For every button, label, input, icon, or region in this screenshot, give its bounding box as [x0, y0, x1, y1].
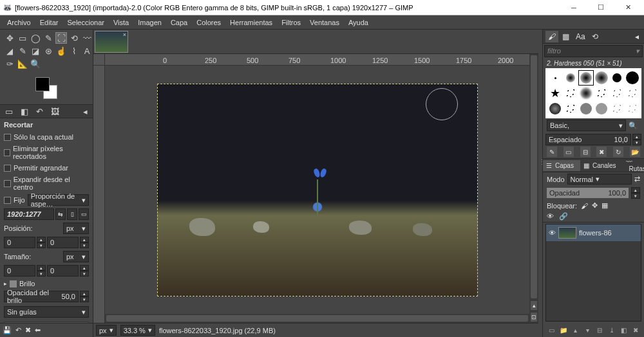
chk-current-layer[interactable]: Sólo la capa actual	[4, 131, 89, 143]
layer-mask-icon[interactable]: ◧	[619, 325, 628, 334]
layer-group-icon[interactable]: 📁	[559, 325, 568, 334]
tool-move[interactable]: ✥	[4, 32, 15, 44]
brush-item[interactable]	[625, 102, 639, 116]
canvas-image[interactable]	[157, 84, 478, 296]
tab-menu-icon[interactable]: ◂	[80, 105, 90, 118]
brush-item[interactable]	[564, 86, 578, 100]
pos-x-input[interactable]: 0	[4, 237, 35, 248]
brush-item[interactable]	[594, 102, 609, 116]
brush-item[interactable]	[579, 102, 593, 116]
ratio-swap-icon[interactable]: ⇆	[55, 208, 66, 220]
brush-item[interactable]	[548, 102, 562, 116]
menu-seleccionar[interactable]: Seleccionar	[62, 17, 108, 28]
tool-eraser[interactable]: ◪	[30, 45, 41, 57]
canvas-viewport[interactable]	[105, 66, 529, 314]
brush-new-icon[interactable]: ▭	[564, 147, 574, 157]
tool-fuzzy-select[interactable]: ✎	[43, 32, 54, 44]
brush-dup-icon[interactable]: ⊟	[580, 147, 591, 157]
fg-color[interactable]	[35, 77, 50, 91]
layer-down-icon[interactable]: ▾	[583, 325, 592, 334]
ratio-input[interactable]: 1920:1277	[4, 208, 54, 220]
tab-images-icon[interactable]: 🖼	[48, 105, 62, 118]
tab-paths[interactable]: 〰Rutas	[623, 156, 644, 174]
color-swatch[interactable]	[35, 77, 57, 99]
tool-bucket[interactable]: ◢	[4, 45, 15, 57]
size-h-input[interactable]: 0	[47, 265, 79, 277]
lock-alpha-icon[interactable]: ▦	[601, 201, 608, 210]
pos-x-up[interactable]: ▴	[37, 237, 46, 242]
menu-vista[interactable]: Vista	[109, 17, 133, 28]
tool-zoom[interactable]: 🔍	[30, 58, 41, 69]
tool-pencil[interactable]: ✎	[17, 45, 28, 57]
brush-item[interactable]	[610, 71, 624, 85]
tool-smudge[interactable]: ☝	[55, 45, 67, 57]
tab-layers[interactable]: ☰Capas	[543, 160, 580, 171]
menu-archivo[interactable]: Archivo	[3, 17, 35, 28]
menu-ventanas[interactable]: Ventanas	[305, 17, 344, 28]
image-tab[interactable]: ×	[95, 31, 128, 53]
brush-item[interactable]	[625, 86, 639, 100]
tab-undo-icon[interactable]: ↶	[33, 105, 46, 118]
restore-options-icon[interactable]: ↶	[15, 326, 21, 334]
menu-filtros[interactable]: Filtros	[277, 17, 305, 28]
layer-visibility-icon[interactable]: 👁	[549, 229, 556, 237]
tab-history-icon[interactable]: ⟲	[589, 31, 601, 42]
brush-edit-icon[interactable]: ✎	[547, 147, 557, 157]
brush-item[interactable]	[564, 71, 578, 85]
brush-item[interactable]	[610, 102, 624, 116]
tool-rotate[interactable]: ⟲	[68, 32, 80, 44]
delete-options-icon[interactable]: ✖	[25, 326, 31, 334]
size-w-down[interactable]: ▾	[37, 271, 46, 277]
brush-item[interactable]	[548, 86, 562, 100]
menu-ayuda[interactable]: Ayuda	[344, 17, 373, 28]
layer-thumbnail[interactable]	[558, 227, 576, 239]
tool-crop[interactable]: ⛶	[55, 32, 67, 44]
brush-open-icon[interactable]: 📂	[630, 147, 640, 157]
size-w-input[interactable]: 0	[4, 265, 35, 277]
pos-y-input[interactable]: 0	[47, 237, 79, 248]
chk-delete-pixels[interactable]: Eliminar píxeles recortados	[4, 143, 89, 162]
save-options-icon[interactable]: 💾	[3, 326, 12, 334]
brush-item[interactable]	[579, 86, 593, 100]
fixed-dropdown[interactable]: Proporción de aspe…▾	[28, 194, 89, 206]
tab-fonts-icon[interactable]: Aa	[573, 31, 588, 42]
pos-y-up[interactable]: ▴	[80, 237, 89, 242]
close-button[interactable]: ✕	[614, 0, 641, 15]
tab-device-icon[interactable]: ◧	[18, 105, 31, 118]
mode-dropdown[interactable]: Normal▾	[567, 174, 632, 185]
menu-herramientas[interactable]: Herramientas	[225, 17, 277, 28]
lock-pixels-icon[interactable]: 🖌	[581, 202, 588, 210]
lock-position-icon[interactable]: ✥	[592, 201, 598, 210]
menu-colores[interactable]: Colores	[192, 17, 225, 28]
close-tab-icon[interactable]: ×	[123, 32, 126, 38]
brush-del-icon[interactable]: ✖	[596, 147, 607, 157]
layer-dup-icon[interactable]: ⊟	[595, 325, 604, 334]
highlight-opacity-slider[interactable]: Opacidad del brillo50,0	[4, 291, 79, 302]
tool-clone[interactable]: ⊛	[43, 45, 54, 57]
brush-item[interactable]	[548, 71, 562, 85]
layer-delete-icon[interactable]: ✖	[631, 325, 640, 334]
tab-brushes-icon[interactable]: 🖌	[545, 31, 558, 42]
maximize-button[interactable]: ☐	[587, 0, 614, 15]
brush-spacing-slider[interactable]: Espaciado10,0	[545, 134, 631, 145]
brush-refresh-icon[interactable]: ↻	[613, 147, 623, 157]
size-unit[interactable]: px▾	[63, 251, 89, 262]
status-zoom[interactable]: 33.3 %▾	[120, 325, 155, 336]
ratio-landscape-icon[interactable]: ▭	[79, 208, 89, 220]
vertical-scrollbar[interactable]: ▴ ⊡	[529, 54, 538, 323]
minimize-button[interactable]: ─	[560, 0, 587, 15]
mode-switch-icon[interactable]: ⇄	[634, 175, 640, 183]
layer-new-icon[interactable]: ▭	[547, 325, 556, 334]
reset-options-icon[interactable]: ⬅	[35, 326, 41, 334]
pos-x-down[interactable]: ▾	[37, 242, 46, 248]
menu-capa[interactable]: Capa	[166, 17, 192, 28]
layer-row[interactable]: 👁 flowers-86	[546, 224, 641, 241]
ruler-vertical[interactable]	[93, 54, 105, 323]
nav-preview-icon[interactable]: ⊡	[531, 313, 537, 322]
layer-merge-icon[interactable]: ⤓	[607, 325, 616, 334]
tool-measure[interactable]: 📐	[17, 58, 28, 69]
brush-filter[interactable]: filtro▾	[544, 45, 643, 57]
brush-zoom-icon[interactable]: 🔍	[626, 122, 640, 130]
horizontal-scrollbar[interactable]	[105, 314, 529, 323]
tool-picker[interactable]: ✑	[4, 58, 15, 69]
